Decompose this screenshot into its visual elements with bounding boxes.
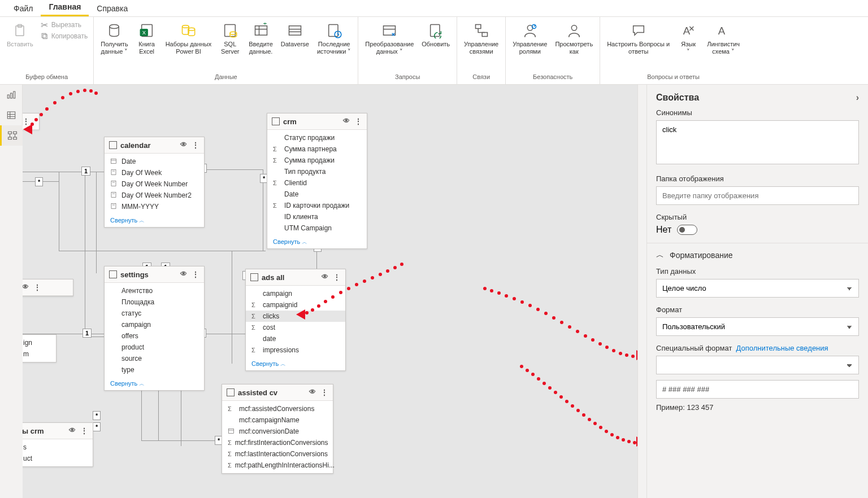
more-icon[interactable]: ⋮	[192, 270, 199, 279]
table-card-assisted-cv[interactable]: assisted cv 👁 ⋮ Σmcf:assistedConversions…	[222, 384, 333, 474]
field-item[interactable]: Σmcf:lastInteractionConversions	[222, 448, 333, 460]
more-icon[interactable]: ⋮	[320, 388, 328, 397]
menu-file[interactable]: Файл	[6, 1, 41, 16]
field-item[interactable]: Date	[267, 189, 367, 200]
table-card-crm[interactable]: crm 👁 ⋮ Статус продажиΣСумма партнераΣСу…	[267, 113, 367, 249]
eye-icon[interactable]: 👁	[309, 388, 318, 397]
more-icon[interactable]: ⋮	[354, 117, 362, 126]
get-data-button[interactable]: Получить данные ˅	[97, 19, 131, 58]
display-folder-input[interactable]	[656, 186, 859, 205]
pbi-datasets-button[interactable]: Наборы данных Power BI	[162, 19, 215, 58]
collapse-link[interactable]: Свернуть	[246, 358, 345, 370]
hidden-toggle[interactable]	[677, 225, 697, 235]
field-item[interactable]: mcf:conversionDate	[222, 426, 333, 437]
dataverse-button[interactable]: Dataverse	[277, 19, 313, 50]
field-item[interactable]: Σmcf:assistedConversions	[222, 403, 333, 414]
field-item[interactable]: type	[105, 364, 204, 375]
field-item[interactable]: ΣID карточки продажи	[267, 200, 367, 211]
field-item[interactable]: UTM Campaign	[267, 222, 367, 234]
field-item[interactable]: ign	[23, 337, 56, 348]
model-view-button[interactable]	[0, 125, 23, 146]
manage-roles-button[interactable]: Управление ролями	[509, 19, 550, 58]
menu-help[interactable]: Справка	[89, 1, 136, 16]
table-card-partial-mid[interactable]: 👁 ⋮	[23, 279, 73, 296]
format-select[interactable]: Пользовательский	[656, 317, 859, 336]
eye-icon[interactable]: 👁	[23, 283, 31, 292]
eye-icon[interactable]: 👁	[180, 141, 189, 150]
schema-button[interactable]: A Лингвистич схема ˅	[704, 19, 743, 58]
table-card-ads-all[interactable]: ads all 👁 ⋮ campaignΣcampaignidΣclicksΣc…	[245, 269, 346, 371]
copy-button[interactable]: ⧉ Копировать	[38, 30, 90, 42]
field-item[interactable]: ID клиента	[267, 211, 367, 222]
field-item[interactable]: Day Of Week	[105, 167, 204, 178]
excel-button[interactable]: X Книга Excel	[133, 19, 161, 58]
field-item[interactable]: Σimpressions	[246, 344, 345, 356]
field-item[interactable]: Σmcf:pathLengthInInteractionsHi...	[222, 460, 333, 471]
more-icon[interactable]: ⋮	[80, 426, 88, 435]
field-item[interactable]: uct	[23, 453, 93, 464]
field-item[interactable]: offers	[105, 330, 204, 342]
field-item[interactable]: Σmcf:firstInteractionConversions	[222, 437, 333, 448]
report-view-button[interactable]	[0, 85, 23, 105]
more-icon[interactable]: ⋮	[333, 273, 341, 282]
field-item[interactable]: Date	[105, 156, 204, 167]
more-info-link[interactable]: Дополнительные сведения	[736, 344, 828, 352]
table-card-settings[interactable]: settings 👁 ⋮ АгентствоПлощадкастатусcamp…	[104, 266, 205, 391]
formatting-accordion[interactable]: ︿ Форматирование	[647, 243, 868, 267]
eye-icon[interactable]: 👁	[322, 273, 331, 282]
paste-button[interactable]: Вставить	[3, 19, 37, 50]
field-item[interactable]: product	[105, 342, 204, 353]
field-item[interactable]: Тип продукта	[267, 166, 367, 177]
refresh-button[interactable]: Обновить	[418, 19, 453, 50]
field-item[interactable]: MMM-YYYY	[105, 201, 204, 212]
custom-format-input[interactable]	[656, 380, 859, 399]
transform-data-button[interactable]: Преобразование данных ˅	[362, 19, 417, 58]
cut-button[interactable]: ✂ Вырезать	[38, 19, 90, 30]
sql-server-button[interactable]: SQL Server	[216, 19, 244, 58]
field-item[interactable]: Σclicks	[246, 311, 345, 322]
field-item[interactable]: source	[105, 353, 204, 364]
collapse-link[interactable]: Свернуть	[105, 215, 204, 227]
more-icon[interactable]: ⋮	[192, 141, 199, 150]
table-card-partial-b2[interactable]: ы crm 👁 ⋮ s uct	[23, 422, 93, 467]
enter-data-button[interactable]: + Введите данные.	[245, 19, 276, 58]
eye-icon[interactable]: 👁	[180, 270, 189, 279]
field-item[interactable]: Площадка	[105, 296, 204, 308]
manage-relationships-button[interactable]: Управление связями	[461, 19, 502, 58]
view-as-button[interactable]: Просмотреть как	[552, 19, 596, 58]
table-card-partial-b1[interactable]: ign m	[23, 334, 57, 362]
field-item[interactable]: ΣСумма партнера	[267, 143, 367, 155]
datatype-select[interactable]: Целое число	[656, 279, 859, 298]
field-item[interactable]: date	[246, 333, 345, 344]
field-item[interactable]: Статус продажи	[267, 132, 367, 143]
field-item[interactable]: s	[23, 442, 93, 453]
field-item[interactable]: Σcampaignid	[246, 299, 345, 311]
field-item[interactable]: campaign	[246, 288, 345, 299]
field-item[interactable]: campaign	[105, 319, 204, 330]
table-card-calendar[interactable]: calendar 👁 ⋮ DateDay Of WeekDay Of Week …	[104, 137, 205, 228]
synonyms-input[interactable]	[656, 120, 859, 164]
eye-icon[interactable]: 👁	[69, 426, 78, 435]
field-item[interactable]: ΣClientid	[267, 177, 367, 189]
eye-icon[interactable]: 👁	[343, 117, 352, 126]
menu-home[interactable]: Главная	[41, 0, 89, 16]
field-item[interactable]: Day Of Week Number	[105, 178, 204, 190]
data-view-button[interactable]	[0, 105, 23, 125]
field-item[interactable]: Агентство	[105, 285, 204, 296]
custom-format-preset-select[interactable]	[656, 356, 859, 374]
collapse-link[interactable]: Свернуть	[105, 378, 204, 390]
model-canvas[interactable]: * 1 1 1 1 * * 1 1 * * 1 1 1 * * * * ⋮ ca…	[23, 85, 646, 498]
collapse-link[interactable]: Свернуть	[267, 236, 367, 248]
field-item[interactable]: Σcost	[246, 322, 345, 333]
field-item[interactable]: статус	[105, 308, 204, 319]
recent-sources-button[interactable]: Последние источники ˅	[314, 19, 354, 58]
field-item[interactable]: m	[23, 348, 56, 360]
field-item[interactable]: ΣСумма продажи	[267, 155, 367, 166]
canvas-scrollbar[interactable]	[637, 85, 646, 498]
qna-setup-button[interactable]: Настроить Вопросы и ответы	[604, 19, 673, 58]
more-icon[interactable]: ⋮	[33, 283, 41, 292]
field-item[interactable]: Day Of Week Number2	[105, 190, 204, 201]
chevron-right-icon[interactable]: ›	[856, 93, 859, 103]
language-button[interactable]: A Язык˅	[674, 19, 702, 58]
field-item[interactable]: mcf:campaignName	[222, 414, 333, 426]
